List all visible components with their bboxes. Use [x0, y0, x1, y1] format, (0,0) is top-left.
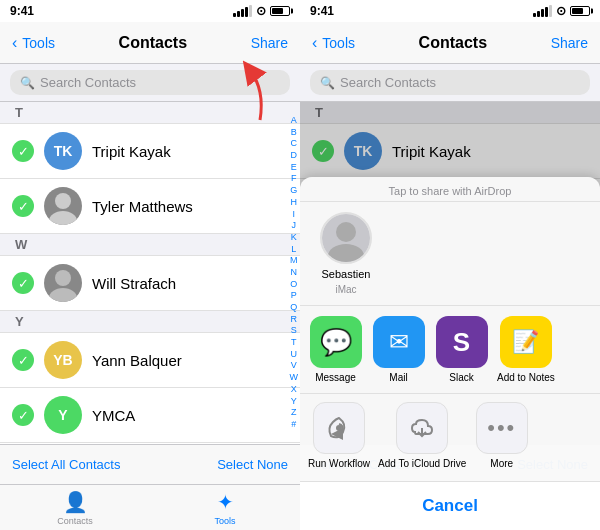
cancel-button[interactable]: Cancel	[300, 481, 600, 530]
svg-point-6	[328, 244, 364, 262]
airdrop-section: Tap to share with AirDrop Sebastien iMac	[300, 177, 600, 530]
share-apps-row: 💬 Message ✉ Mail S Slack	[300, 305, 600, 393]
contact-name-ymca: YMCA	[92, 407, 135, 424]
notes-app-icon: 📝	[500, 316, 552, 368]
share-action-icloud[interactable]: Add To iCloud Drive	[378, 402, 466, 469]
check-icon-tyler: ✓	[12, 195, 34, 217]
tab-contacts-left[interactable]: 👤 Contacts	[0, 485, 150, 530]
message-app-label: Message	[315, 372, 356, 383]
device-name: Sebastien	[322, 268, 371, 280]
device-avatar-inner	[322, 214, 370, 262]
section-header-w: W	[0, 234, 300, 256]
chevron-left-icon-right: ‹	[312, 34, 317, 52]
search-bar-left: 🔍 Search Contacts	[0, 64, 300, 102]
share-app-notes[interactable]: 📝 Add to Notes	[497, 316, 555, 383]
share-action-more[interactable]: ••• More	[474, 402, 529, 469]
contact-item-will[interactable]: ✓ Will Strafach	[0, 256, 300, 311]
status-bar-left: 9:41 ⊙	[0, 0, 300, 22]
airdrop-devices: Sebastien iMac	[300, 202, 600, 305]
select-none-button-left[interactable]: Select None	[217, 457, 288, 472]
contact-name-will: Will Strafach	[92, 275, 176, 292]
contact-item-tyler[interactable]: ✓ Tyler Matthews	[0, 179, 300, 234]
airdrop-device-sebastien[interactable]: Sebastien iMac	[320, 212, 372, 295]
search-bar-right: 🔍 Search Contacts	[300, 64, 600, 102]
more-action-label: More	[490, 458, 513, 469]
status-icons-left: ⊙	[233, 4, 290, 18]
status-bar-right: 9:41 ⊙	[300, 0, 600, 22]
share-button-right[interactable]: Share	[551, 35, 588, 51]
contact-item-yann[interactable]: ✓ YB Yann Balquer	[0, 333, 300, 388]
slack-app-label: Slack	[449, 372, 473, 383]
right-phone-panel: 9:41 ⊙ ‹ Tools Contacts Share 🔍 Se	[300, 0, 600, 530]
battery-icon	[270, 6, 290, 16]
back-label-right: Tools	[322, 35, 355, 51]
alphabet-index[interactable]: ABCDE FGHIJ KLMNO PQRST UVWXY Z#	[290, 115, 299, 431]
wifi-icon: ⊙	[256, 4, 266, 18]
svg-point-5	[336, 222, 356, 242]
section-header-t: T	[0, 102, 300, 124]
share-sheet: Tap to share with AirDrop Sebastien iMac	[300, 177, 600, 530]
tab-bar-left: 👤 Contacts ✦ Tools	[0, 484, 300, 530]
search-icon-left: 🔍	[20, 76, 35, 90]
workflow-action-icon	[313, 402, 365, 454]
contacts-list-left: T ✓ TK Tripit Kayak ✓ Tyler Matthews W ✓…	[0, 102, 300, 444]
workflow-action-label: Run Workflow	[308, 458, 370, 469]
wifi-icon-right: ⊙	[556, 4, 566, 18]
check-icon-tripit: ✓	[12, 140, 34, 162]
share-button-left[interactable]: Share	[251, 35, 288, 51]
share-app-mail[interactable]: ✉ Mail	[371, 316, 426, 383]
nav-bar-left: ‹ Tools Contacts Share	[0, 22, 300, 64]
search-icon-right: 🔍	[320, 76, 335, 90]
svg-point-1	[55, 193, 71, 209]
battery-icon-right	[570, 6, 590, 16]
share-actions-row: Run Workflow Add To iCloud Drive •••	[300, 393, 600, 477]
contact-name-yann: Yann Balquer	[92, 352, 182, 369]
back-button-left[interactable]: ‹ Tools	[12, 34, 55, 52]
bottom-bar-left: Select All Contacts Select None	[0, 444, 300, 484]
airdrop-header: Tap to share with AirDrop	[300, 177, 600, 202]
svg-point-8	[336, 425, 342, 431]
share-app-message[interactable]: 💬 Message	[308, 316, 363, 383]
select-all-button-left[interactable]: Select All Contacts	[12, 457, 120, 472]
more-action-icon: •••	[476, 402, 528, 454]
tab-tools-left[interactable]: ✦ Tools	[150, 485, 300, 530]
contact-item-tripit[interactable]: ✓ TK Tripit Kayak	[0, 124, 300, 179]
search-placeholder-right: Search Contacts	[340, 75, 436, 90]
contacts-tab-label-left: Contacts	[57, 516, 93, 526]
section-header-y: Y	[0, 311, 300, 333]
tools-tab-icon-left: ✦	[217, 490, 234, 514]
signal-icon	[233, 5, 252, 17]
svg-point-2	[49, 211, 77, 225]
chevron-left-icon: ‹	[12, 34, 17, 52]
avatar-will	[44, 264, 82, 302]
avatar-tripit: TK	[44, 132, 82, 170]
nav-title-left: Contacts	[119, 34, 187, 52]
contact-name-tyler: Tyler Matthews	[92, 198, 193, 215]
signal-icon-right	[533, 5, 552, 17]
nav-title-right: Contacts	[419, 34, 487, 52]
slack-app-icon: S	[436, 316, 488, 368]
check-icon-will: ✓	[12, 272, 34, 294]
share-app-slack[interactable]: S Slack	[434, 316, 489, 383]
time-left: 9:41	[10, 4, 34, 18]
contact-item-youen[interactable]: ✓ Y Youen	[0, 443, 300, 444]
back-label-left: Tools	[22, 35, 55, 51]
device-avatar-sebastien	[320, 212, 372, 264]
search-input-right[interactable]: 🔍 Search Contacts	[310, 70, 590, 95]
mail-app-label: Mail	[389, 372, 407, 383]
notes-app-label: Add to Notes	[497, 372, 555, 383]
contacts-tab-icon-left: 👤	[63, 490, 88, 514]
icloud-action-icon	[396, 402, 448, 454]
share-action-workflow[interactable]: Run Workflow	[308, 402, 370, 469]
back-button-right[interactable]: ‹ Tools	[312, 34, 355, 52]
left-phone-panel: 9:41 ⊙ ‹ Tools Contacts Share	[0, 0, 300, 530]
avatar-ymca: Y	[44, 396, 82, 434]
message-app-icon: 💬	[310, 316, 362, 368]
icloud-action-label: Add To iCloud Drive	[378, 458, 466, 469]
svg-point-4	[49, 288, 77, 302]
contact-item-ymca[interactable]: ✓ Y YMCA	[0, 388, 300, 443]
search-input-left[interactable]: 🔍 Search Contacts	[10, 70, 290, 95]
avatar-tyler	[44, 187, 82, 225]
contact-name-tripit: Tripit Kayak	[92, 143, 171, 160]
search-placeholder-left: Search Contacts	[40, 75, 136, 90]
